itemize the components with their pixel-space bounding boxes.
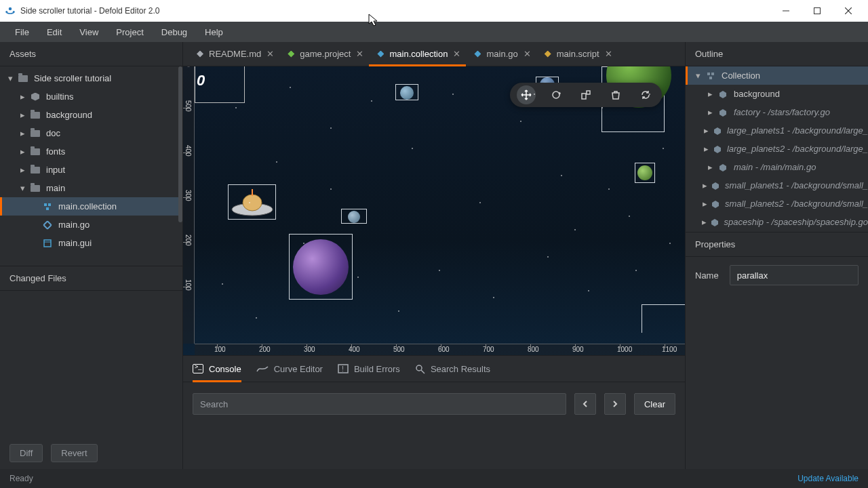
assets-scrollbar[interactable] xyxy=(178,66,182,222)
svg-rect-7 xyxy=(44,203,47,206)
bottom-tab-build-errors[interactable]: !Build Errors xyxy=(338,364,400,374)
obj-small-green-planet[interactable] xyxy=(635,163,655,183)
close-window-button[interactable] xyxy=(833,0,864,22)
tool-move-icon[interactable] xyxy=(517,85,536,104)
bottom-tab-search-results[interactable]: Search Results xyxy=(415,364,490,374)
editor-tabs: README.md✕game.project✕main.collection✕m… xyxy=(183,42,685,66)
tab-close-icon[interactable]: ✕ xyxy=(267,49,274,59)
obj-large-purple-planet[interactable] xyxy=(289,234,353,300)
asset-input[interactable]: ▸input xyxy=(0,161,182,179)
svg-rect-17 xyxy=(587,91,590,94)
properties-panel-title: Properties xyxy=(686,232,868,257)
assets-panel-title: Assets xyxy=(0,42,182,66)
asset-main-go[interactable]: main.go xyxy=(0,216,182,234)
prop-name-label: Name xyxy=(695,270,719,281)
outline-collection[interactable]: ▾Collection xyxy=(686,66,868,85)
bottom-tab-curve-editor[interactable]: Curve Editor xyxy=(256,364,323,374)
tab-close-icon[interactable]: ✕ xyxy=(356,49,363,59)
obj-spaceship[interactable] xyxy=(228,184,276,220)
tool-scale-icon[interactable] xyxy=(576,85,595,104)
svg-line-21 xyxy=(421,370,425,373)
outline-large-planets1[interactable]: ▸large_planets1 - /background/large_ xyxy=(686,121,868,140)
asset-doc[interactable]: ▸doc xyxy=(0,124,182,142)
maximize-button[interactable] xyxy=(802,0,833,22)
asset-builtins[interactable]: ▸builtins xyxy=(0,87,182,106)
menu-project[interactable]: Project xyxy=(108,24,151,40)
status-bar: Ready Update Available xyxy=(0,469,868,488)
outline-main[interactable]: ▸main - /main/main.go xyxy=(686,158,868,176)
outline-small-planets1[interactable]: ▸small_planets1 - /background/small_ xyxy=(686,176,868,195)
console-next-button[interactable] xyxy=(604,393,626,415)
svg-point-0 xyxy=(9,7,12,11)
obj-small-planet-2[interactable] xyxy=(341,209,367,224)
status-left: Ready xyxy=(9,474,33,483)
asset-main-collection[interactable]: main.collection xyxy=(0,197,182,216)
scene-canvas[interactable]: 100200300400500600 100200300400500600700… xyxy=(183,66,685,355)
tab-close-icon[interactable]: ✕ xyxy=(605,49,612,59)
title-bar: Side scroller tutorial - Defold Editor 2… xyxy=(0,0,868,22)
menu-help[interactable]: Help xyxy=(197,24,231,40)
window-title: Side scroller tutorial - Defold Editor 2… xyxy=(20,6,770,16)
outline-large-planets2[interactable]: ▸large_planets2 - /background/large_ xyxy=(686,140,868,158)
update-available-link[interactable]: Update Available xyxy=(797,474,859,483)
console-panel: Search Clear xyxy=(183,382,685,469)
svg-rect-9 xyxy=(46,207,49,210)
svg-point-2 xyxy=(13,11,15,13)
svg-point-1 xyxy=(5,11,7,13)
diff-button[interactable]: Diff xyxy=(9,444,43,462)
asset-fonts[interactable]: ▸fonts xyxy=(0,142,182,161)
svg-point-13 xyxy=(243,195,262,211)
svg-rect-22 xyxy=(707,73,710,75)
tool-refresh-icon[interactable] xyxy=(636,85,655,104)
bottom-tab-console[interactable]: Console xyxy=(193,355,241,382)
tab-close-icon[interactable]: ✕ xyxy=(453,49,460,59)
console-clear-button[interactable]: Clear xyxy=(634,393,675,415)
obj-offscreen-box[interactable] xyxy=(642,304,685,333)
assets-tree[interactable]: ▾Side scroller tutorial▸builtins▸backgro… xyxy=(0,66,182,266)
tab-main-go[interactable]: main.go✕ xyxy=(466,42,536,66)
tool-erase-icon[interactable] xyxy=(606,85,625,104)
outline-factory[interactable]: ▸factory - /stars/factory.go xyxy=(686,103,868,121)
app-logo-icon xyxy=(4,5,16,17)
obj-small-planet-1[interactable] xyxy=(395,84,418,100)
outline-spaceship[interactable]: ▸spaceship - /spaceship/spaceship.go xyxy=(686,213,868,231)
prop-name-input[interactable] xyxy=(730,265,859,285)
menu-edit[interactable]: Edit xyxy=(39,24,70,40)
asset-main[interactable]: ▾main xyxy=(0,179,182,197)
asset-main-gui[interactable]: main.gui xyxy=(0,234,182,252)
asset-background[interactable]: ▸background xyxy=(0,106,182,124)
svg-point-20 xyxy=(416,365,422,371)
svg-text:!: ! xyxy=(342,365,344,373)
svg-rect-23 xyxy=(711,73,714,75)
menu-bar: File Edit View Project Debug Help xyxy=(0,22,868,42)
console-search-input[interactable]: Search xyxy=(193,393,566,415)
svg-rect-10 xyxy=(44,240,51,247)
bottom-tabs: ConsoleCurve Editor!Build ErrorsSearch R… xyxy=(183,355,685,382)
score-text: 0 xyxy=(197,72,205,89)
menu-view[interactable]: View xyxy=(71,24,106,40)
ruler-vertical: 100200300400500600 xyxy=(183,66,195,344)
tool-rotate-icon[interactable] xyxy=(547,85,566,104)
tab-readme-md[interactable]: README.md✕ xyxy=(189,42,279,66)
outline-small-planets2[interactable]: ▸small_planets2 - /background/small_ xyxy=(686,195,868,213)
outline-panel-title: Outline xyxy=(686,42,868,66)
canvas-toolbar xyxy=(510,83,662,107)
revert-button[interactable]: Revert xyxy=(51,444,97,462)
outline-tree[interactable]: ▾Collection▸background▸factory - /stars/… xyxy=(686,66,868,232)
outline-background[interactable]: ▸background xyxy=(686,85,868,103)
minimize-button[interactable] xyxy=(770,0,802,22)
changed-files-list xyxy=(0,291,182,436)
tab-main-collection[interactable]: main.collection✕ xyxy=(369,42,466,66)
svg-rect-16 xyxy=(582,94,586,99)
ruler-horizontal: 10020030040050060070080090010001100 xyxy=(195,344,685,355)
changed-files-title: Changed Files xyxy=(0,266,182,291)
menu-debug[interactable]: Debug xyxy=(153,24,195,40)
svg-rect-4 xyxy=(814,8,821,14)
console-prev-button[interactable] xyxy=(574,393,596,415)
tab-game-project[interactable]: game.project✕ xyxy=(279,42,369,66)
asset-side-scroller-tutorial[interactable]: ▾Side scroller tutorial xyxy=(0,69,182,87)
tab-main-script[interactable]: main.script✕ xyxy=(536,42,618,66)
svg-rect-24 xyxy=(709,77,712,79)
tab-close-icon[interactable]: ✕ xyxy=(524,49,531,59)
menu-file[interactable]: File xyxy=(7,24,37,40)
